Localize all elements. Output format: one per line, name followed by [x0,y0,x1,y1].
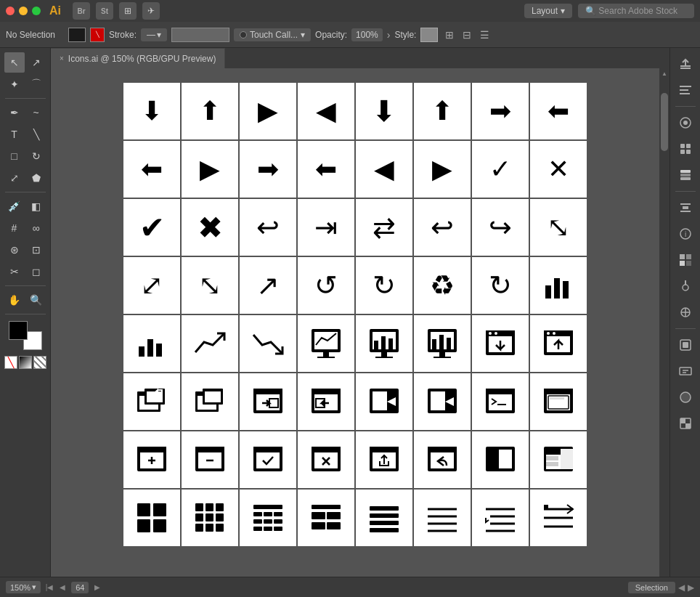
icon-chart-board3[interactable] [414,315,471,372]
layout-menu[interactable]: Layout ▾ [524,4,572,18]
touch-callout[interactable]: Touch Call... ▾ [234,28,311,41]
icon-list-2col[interactable] [298,490,354,546]
mesh-tool[interactable]: # [4,218,25,238]
brushes-button[interactable] [674,275,697,298]
icon-chart-board[interactable] [298,315,354,372]
icon-right[interactable]: ▶ [414,141,471,198]
info-button[interactable]: i [674,222,697,245]
icon-forward[interactable]: ▶ [182,141,238,198]
icon-rotate-ccw[interactable]: ↺ [298,257,354,314]
icon-tab-remove[interactable] [182,431,238,488]
icon-list-3col[interactable] [240,490,296,546]
icon-share[interactable] [356,431,412,488]
gradient-color-box[interactable] [19,356,32,369]
icon-circle-arrow-right[interactable]: ➡ [472,83,529,139]
icon-reply[interactable]: ↩ [240,199,296,256]
pen-tool[interactable]: ✒ [4,102,25,123]
icon-arrow-left[interactable]: ◀ [298,83,354,139]
scrollbar-thumb[interactable] [661,93,668,151]
minimize-button[interactable] [19,7,28,15]
menu-icon[interactable]: ☰ [477,28,492,42]
line-tool[interactable]: ╲ [26,124,46,145]
icon-redo[interactable]: ↪ [472,199,529,256]
stroke-color-box[interactable]: ╲ [90,28,105,42]
document-tab[interactable]: × Icons.ai @ 150% (RGB/GPU Preview) [51,48,225,68]
icon-x-fill[interactable]: ✖ [182,199,238,256]
stock-icon[interactable]: St [96,2,113,20]
scroll-right-button[interactable]: ▶ [688,582,694,593]
icon-grid-2x2[interactable] [123,490,180,546]
eraser-tool[interactable]: ◻ [26,261,46,282]
share-icon[interactable]: ✈ [142,2,160,20]
icon-list-indent[interactable] [472,490,529,546]
shaper-tool[interactable]: ⬟ [26,168,46,188]
icon-x-circle[interactable]: ✕ [530,141,587,198]
pattern-color-box[interactable] [33,356,46,369]
graphic-styles-button[interactable] [674,333,697,357]
icon-enter-window[interactable] [240,373,296,430]
libraries-button[interactable] [674,111,697,134]
icon-download-window[interactable] [472,315,529,372]
icon-chart-board2[interactable] [356,315,412,372]
hand-tool[interactable]: ✋ [4,290,25,310]
opacity-value[interactable]: 100% [351,28,383,41]
icon-trend-up[interactable] [182,315,238,372]
icon-dropdown[interactable] [356,373,412,430]
icon-compress[interactable]: ⤡ [530,199,587,256]
direct-selection-tool[interactable]: ↗ [26,52,46,73]
properties-button[interactable] [674,78,697,102]
eyedropper-tool[interactable]: 💉 [4,196,25,216]
swatches-button[interactable] [674,248,697,272]
stock-search[interactable]: 🔍 Search Adobe Stock [578,4,694,18]
icon-back[interactable]: ⬅ [123,141,180,198]
icon-expand[interactable]: ⤢ [123,257,180,314]
icon-prev[interactable]: ⬅ [298,141,354,198]
curvature-tool[interactable]: ~ [26,102,46,123]
icon-arrow-up[interactable]: ⬆ [182,83,238,139]
icon-check-circle[interactable]: ✓ [472,141,529,198]
icon-check-fill[interactable]: ✔ [123,199,180,256]
blend-tool[interactable]: ∞ [26,218,46,238]
icon-recycle[interactable]: ♻ [414,257,471,314]
icon-list-lines[interactable] [414,490,471,546]
zoom-level[interactable]: 150% ▾ [6,581,41,593]
icon-bar-chart2[interactable] [123,315,180,372]
scrollbar-right[interactable]: ▲ [659,68,670,577]
align-icon[interactable]: ⊟ [460,28,474,42]
bridge-icon[interactable]: Br [73,2,90,20]
icon-dropdown2[interactable] [414,373,471,430]
scroll-left-button[interactable]: ◀ [678,582,685,593]
layers-button[interactable] [674,163,697,187]
more-options[interactable]: › [387,29,391,41]
stroke-value[interactable]: — ▾ [141,28,167,41]
symbol-tool[interactable]: ⊛ [4,240,25,260]
icon-tab-close[interactable] [298,431,354,488]
icon-next[interactable]: ➡ [240,141,296,198]
icon-tab-check[interactable] [240,431,296,488]
effects-button[interactable] [674,386,697,409]
rotate-tool[interactable]: ↻ [26,146,46,166]
prev-page-button[interactable]: ◀ [57,582,68,593]
icon-terminal[interactable] [472,373,529,430]
fill-color-box[interactable] [68,28,86,42]
icon-popup[interactable] [123,373,180,430]
icon-tab-add[interactable] [123,431,180,488]
first-page-button[interactable]: |◀ [44,582,55,593]
icon-circle-arrow-left[interactable]: ⬅ [530,83,587,139]
export-button[interactable] [674,52,697,76]
next-page-button[interactable]: ▶ [91,582,103,593]
icon-list-menu[interactable] [530,490,587,546]
icon-bar-chart[interactable] [530,257,587,314]
style-box[interactable] [420,28,438,42]
close-button[interactable] [6,7,15,15]
magic-wand-tool[interactable]: ✦ [4,74,25,94]
icon-compress2[interactable]: ⤡ [182,257,238,314]
icon-arrow-down[interactable]: ⬇ [123,83,180,139]
icon-tab-back[interactable] [414,431,471,488]
icon-left[interactable]: ◀ [356,141,412,198]
current-page[interactable]: 64 [71,582,89,593]
align-button[interactable] [674,196,697,219]
icon-upload-window[interactable] [530,315,587,372]
selection-tool[interactable]: ↖ [4,52,25,73]
icon-refresh[interactable]: ↻ [472,257,529,314]
